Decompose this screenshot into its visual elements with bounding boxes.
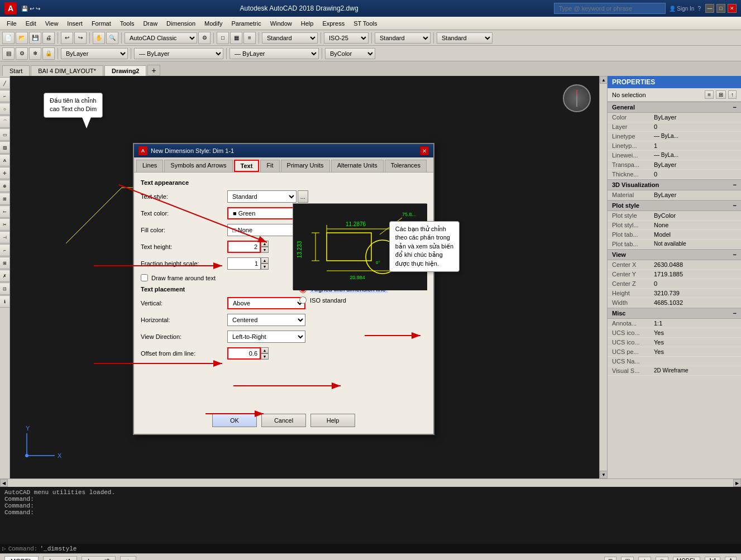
menu-insert[interactable]: Insert	[63, 19, 87, 28]
horizontal-select[interactable]: Centered	[227, 314, 305, 326]
tool-pline[interactable]: ⌐	[0, 90, 10, 102]
menu-format[interactable]: Format	[87, 19, 116, 28]
tool-move[interactable]: ✛	[0, 167, 10, 179]
tool-extend[interactable]: ⊣	[0, 231, 10, 243]
tab-add-layout[interactable]: +	[120, 556, 136, 561]
menu-st-tools[interactable]: ST Tools	[349, 19, 381, 28]
tool-trim[interactable]: ✂	[0, 218, 10, 231]
menu-parametric[interactable]: Parametric	[227, 19, 265, 28]
ok-button[interactable]: OK	[212, 414, 257, 427]
annotation-btn[interactable]: A	[725, 557, 737, 560]
cancel-button[interactable]: Cancel	[261, 414, 306, 427]
vertical-select[interactable]: Above	[227, 297, 305, 309]
tb-misc3[interactable]: ≡	[243, 32, 256, 44]
help-button[interactable]: Help	[310, 414, 355, 427]
dlg-tab-alternate[interactable]: Alternate Units	[331, 160, 384, 172]
scale-btn[interactable]: 1:1	[705, 557, 720, 560]
dlg-tab-primary[interactable]: Primary Units	[281, 160, 330, 172]
menu-view[interactable]: View	[41, 19, 63, 28]
menu-help[interactable]: Help	[297, 19, 318, 28]
ortho-btn[interactable]: ⊥	[638, 557, 651, 560]
offset-up[interactable]: ▲	[261, 347, 269, 353]
bylayer-linetype[interactable]: — ByLayer	[134, 48, 223, 59]
dlg-tab-lines[interactable]: Lines	[136, 160, 163, 172]
table-style-dropdown[interactable]: Standard	[437, 32, 493, 44]
mode-model[interactable]: MODEL	[673, 557, 701, 560]
tool-array[interactable]: ⊞	[0, 257, 10, 269]
snap-btn[interactable]: ◫	[621, 557, 634, 560]
draw-frame-checkbox[interactable]	[141, 274, 148, 281]
tab-layout1[interactable]: Layout1	[43, 556, 77, 561]
text-height-input[interactable]	[227, 241, 261, 253]
freeze-btn[interactable]: ❄	[29, 47, 41, 60]
dim-style-dropdown[interactable]: ISO-25	[324, 32, 369, 44]
menu-window[interactable]: Window	[266, 19, 297, 28]
layer-btn[interactable]: ▤	[2, 47, 15, 60]
tool-hatch[interactable]: ▨	[0, 141, 10, 154]
print-btn[interactable]: 🖨	[42, 32, 55, 44]
layer-settings-btn[interactable]: ⚙	[16, 47, 28, 60]
tool-line[interactable]: ╱	[0, 77, 10, 89]
lock-btn[interactable]: 🔒	[42, 47, 55, 60]
scroll-down-btn[interactable]: ▼	[600, 471, 608, 478]
bylayer-color[interactable]: ByLayer	[61, 48, 128, 59]
fraction-height-up[interactable]: ▲	[261, 257, 269, 264]
tool-arc[interactable]: ⌒	[0, 116, 10, 128]
menu-edit[interactable]: Edit	[21, 19, 41, 28]
select-filter-btn[interactable]: ↑	[728, 90, 737, 99]
dialog-close-btn[interactable]: ✕	[420, 146, 429, 155]
menu-draw[interactable]: Draw	[138, 19, 162, 28]
tab-add[interactable]: +	[147, 65, 160, 76]
tab-model[interactable]: MODEL	[4, 556, 39, 561]
dlg-tab-fit[interactable]: Fit	[260, 160, 279, 172]
dlg-tab-text[interactable]: Text	[234, 160, 260, 172]
tool-properties[interactable]: ℹ	[0, 295, 10, 308]
undo-btn[interactable]: ↩	[61, 32, 73, 44]
select-all-btn[interactable]: ≡	[705, 90, 714, 99]
scroll-up-btn[interactable]: ▲	[600, 76, 608, 84]
grid-btn[interactable]: ⊞	[604, 557, 616, 560]
fraction-height-input[interactable]	[227, 257, 261, 270]
radio-iso-input[interactable]	[299, 296, 307, 304]
offset-input[interactable]	[227, 347, 261, 360]
tab-start[interactable]: Start	[2, 65, 30, 76]
menu-modify[interactable]: Modify	[200, 19, 227, 28]
redo-btn[interactable]: ↪	[74, 32, 87, 44]
quick-select-btn[interactable]: ⊞	[716, 90, 726, 99]
hscroll-right-btn[interactable]: ▶	[733, 479, 741, 487]
tool-rect[interactable]: ▭	[0, 128, 10, 141]
polar-btn[interactable]: ◎	[656, 557, 668, 560]
menu-file[interactable]: File	[2, 19, 21, 28]
hscroll-left-btn[interactable]: ◀	[0, 479, 8, 487]
text-style-select[interactable]: Standard	[227, 190, 297, 203]
tool-text[interactable]: A	[0, 154, 10, 166]
dlg-tab-symbols[interactable]: Symbols and Arrows	[164, 160, 232, 172]
tool-fillet[interactable]: ⌐	[0, 244, 10, 256]
new-btn[interactable]: 📄	[2, 32, 15, 44]
open-btn[interactable]: 📂	[16, 32, 28, 44]
tool-mirror[interactable]: ⊞	[0, 193, 10, 205]
tab-drawing2[interactable]: Drawing2	[104, 65, 147, 76]
menu-dimension[interactable]: Dimension	[162, 19, 200, 28]
tb-misc2[interactable]: ▦	[230, 32, 242, 44]
maximize-btn[interactable]: □	[716, 4, 725, 13]
text-style-dropdown[interactable]: Standard	[375, 32, 431, 44]
search-input[interactable]	[554, 3, 666, 14]
tool-copy[interactable]: ⊕	[0, 180, 10, 192]
tool-explode[interactable]: ⊡	[0, 283, 10, 295]
tool-erase[interactable]: ✗	[0, 270, 10, 282]
menu-express[interactable]: Express	[318, 19, 349, 28]
workspace-dropdown[interactable]: AutoCAD Classic	[125, 32, 197, 44]
sign-in[interactable]: 👤 Sign In	[669, 6, 695, 12]
pan-btn[interactable]: ✋	[93, 32, 105, 44]
tool-circle[interactable]: ○	[0, 103, 10, 115]
text-height-down[interactable]: ▼	[261, 247, 269, 253]
save-btn[interactable]: 💾	[29, 32, 41, 44]
tab-bai4[interactable]: BAI 4 DIM_LAYOUT*	[31, 65, 103, 76]
style-dropdown[interactable]: Standard	[262, 32, 318, 44]
tab-layout2[interactable]: Layout2	[82, 556, 116, 561]
menu-tools[interactable]: Tools	[116, 19, 139, 28]
bylayer-lineweight[interactable]: — ByLayer	[230, 48, 319, 59]
text-height-up[interactable]: ▲	[261, 241, 269, 247]
bycolor-plot[interactable]: ByColor	[325, 48, 375, 59]
